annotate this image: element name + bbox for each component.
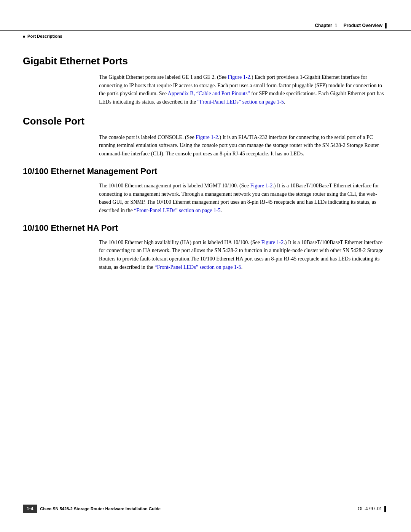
mgmt-port-heading: 10/100 Ethernet Management Port [23,166,388,176]
footer-doc-number: OL-4797-01 [358,506,388,512]
subheader: Port Descriptions [0,32,411,38]
console-port-heading: Console Port [23,115,388,127]
page: Chapter 1 Product Overview ▌ Port Descri… [0,0,411,532]
chapter-text: Chapter [315,23,332,28]
mgmt-port-body: The 10/100 Ethernet management port is l… [99,182,388,215]
figure-1-2-link-ha[interactable]: Figure 1-2 [261,240,284,245]
section-console-port: Console Port The console port is labeled… [23,115,388,158]
main-content: Gigabit Ethernet Ports The Gigabit Ether… [0,38,411,286]
gigabit-ethernet-body: The Gigabit Ethernet ports are labeled G… [99,73,388,106]
ha-port-heading: 10/100 Ethernet HA Port [23,223,388,233]
section-mgmt-port: 10/100 Ethernet Management Port The 10/1… [23,166,388,215]
figure-1-2-link-mgmt[interactable]: Figure 1-2 [250,183,272,189]
chapter-label: Chapter 1 Product Overview ▌ [315,23,388,28]
console-port-body: The console port is labeled CONSOLE. (Se… [99,133,388,158]
front-panel-leds-link-ha[interactable]: “Front-Panel LEDs” section on page 1-5 [155,264,241,270]
footer-left: 1-4 Cisco SN 5428-2 Storage Router Hardw… [23,505,161,513]
product-overview-text: Product Overview [344,23,382,28]
page-number-box: 1-4 [23,505,37,513]
figure-1-2-link-gep[interactable]: Figure 1-2 [228,74,250,80]
footer-content: 1-4 Cisco SN 5428-2 Storage Router Hardw… [23,505,388,513]
section-gigabit-ethernet: Gigabit Ethernet Ports The Gigabit Ether… [23,55,388,106]
front-panel-leds-link-mgmt[interactable]: “Front-Panel LEDs” section on page 1-5 [134,208,220,213]
port-descriptions-label: Port Descriptions [27,34,62,38]
figure-1-2-link-cp[interactable]: Figure 1-2 [196,134,218,140]
section-ha-port: 10/100 Ethernet HA Port The 10/100 Ether… [23,223,388,272]
footer-title: Cisco SN 5428-2 Storage Router Hardware … [40,506,161,511]
page-header: Chapter 1 Product Overview ▌ [0,0,411,31]
subheader-text: Port Descriptions [23,34,388,38]
front-panel-leds-link-gep[interactable]: “Front-Panel LEDs” section on page 1-5 [198,99,284,105]
gigabit-ethernet-heading: Gigabit Ethernet Ports [23,55,388,67]
appendix-b-link[interactable]: Appendix B, “Cable and Port Pinouts” [168,91,250,96]
page-footer: 1-4 Cisco SN 5428-2 Storage Router Hardw… [0,502,411,513]
ha-port-body: The 10/100 Ethernet high availability (H… [99,238,388,272]
footer-divider [23,502,388,502]
